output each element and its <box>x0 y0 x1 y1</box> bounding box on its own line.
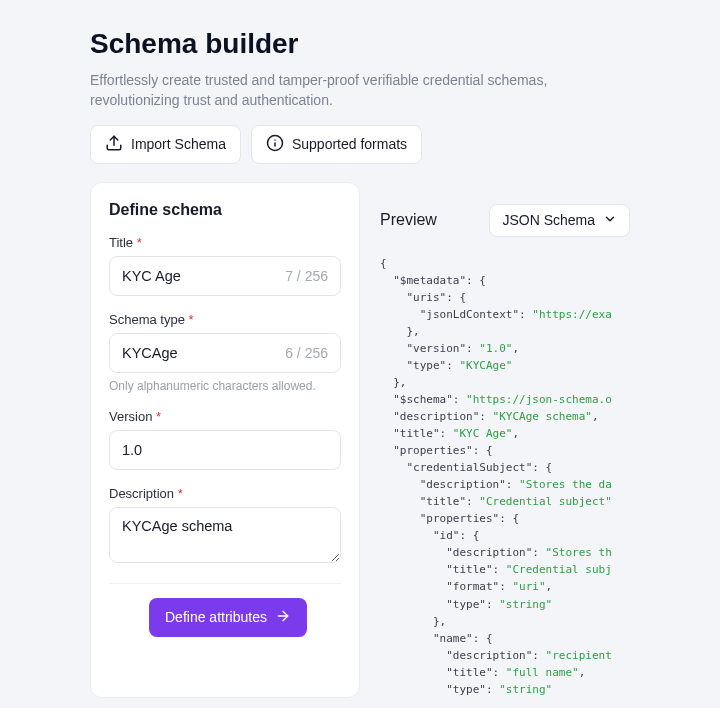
info-icon <box>266 134 284 155</box>
divider <box>109 583 341 584</box>
supported-formats-button[interactable]: Supported formats <box>251 125 422 164</box>
description-input[interactable] <box>109 507 341 563</box>
title-input[interactable] <box>122 268 277 284</box>
arrow-right-icon <box>275 608 291 627</box>
format-select-label: JSON Schema <box>502 212 595 228</box>
page-title: Schema builder <box>90 28 630 60</box>
schema-type-counter: 6 / 256 <box>277 345 328 361</box>
description-label: Description * <box>109 486 341 501</box>
version-label: Version * <box>109 409 341 424</box>
preview-panel: Preview JSON Schema { "$metadata": { "ur… <box>360 182 630 698</box>
supported-formats-label: Supported formats <box>292 136 407 152</box>
preview-heading: Preview <box>380 211 437 229</box>
import-schema-button[interactable]: Import Schema <box>90 125 241 164</box>
schema-type-input[interactable] <box>122 345 277 361</box>
page-subtitle: Effortlessly create trusted and tamper-p… <box>90 70 630 111</box>
format-select[interactable]: JSON Schema <box>489 204 630 237</box>
upload-icon <box>105 134 123 155</box>
define-attributes-label: Define attributes <box>165 609 267 625</box>
chevron-down-icon <box>603 212 617 229</box>
schema-type-label: Schema type * <box>109 312 341 327</box>
json-preview: { "$metadata": { "uris": { "jsonLdContex… <box>380 255 630 698</box>
version-input[interactable] <box>122 442 328 458</box>
define-attributes-button[interactable]: Define attributes <box>149 598 307 637</box>
schema-type-hint: Only alphanumeric characters allowed. <box>109 379 341 393</box>
define-schema-heading: Define schema <box>109 201 341 219</box>
title-counter: 7 / 256 <box>277 268 328 284</box>
define-schema-panel: Define schema Title * 7 / 256 Schema typ… <box>90 182 360 698</box>
title-label: Title * <box>109 235 341 250</box>
import-schema-label: Import Schema <box>131 136 226 152</box>
